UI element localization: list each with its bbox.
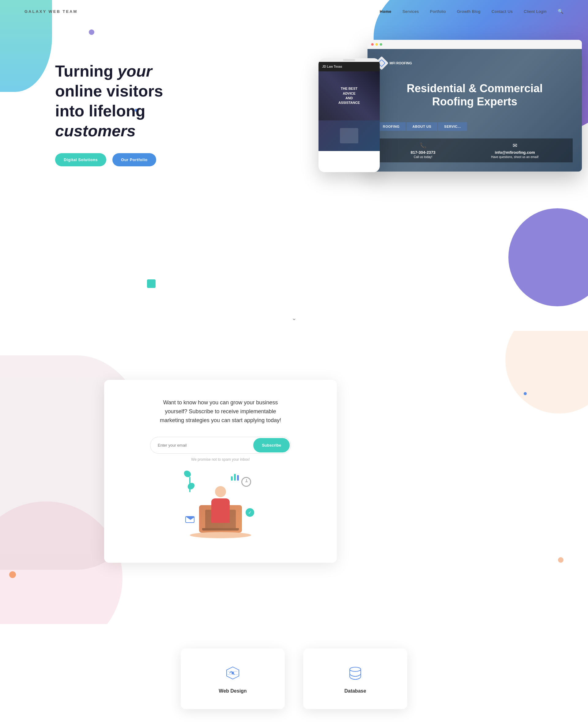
- phone-site-name: JD Law Texas: [318, 62, 380, 71]
- digital-solutions-button[interactable]: Digital Solutions: [55, 153, 106, 166]
- subscribe-illustration: ✓: [181, 471, 260, 538]
- subscribe-card: Want to know how you can grow your busin…: [104, 380, 337, 563]
- database-card: Database: [303, 648, 407, 709]
- roofing-nav-services: SERVIC...: [438, 122, 467, 131]
- phone-icon: 📞: [411, 142, 436, 149]
- phone-screen: JD Law Texas THE BESTADVICEANDASSISTANCE: [318, 62, 380, 172]
- email-input[interactable]: [150, 438, 252, 452]
- svg-point-1: [350, 667, 361, 672]
- chart-icon: [231, 474, 239, 481]
- svg-point-0: [232, 672, 234, 674]
- services-section: Web Design Database: [0, 624, 588, 722]
- clock-icon: [241, 477, 251, 487]
- email-icon: ✉: [491, 142, 539, 149]
- plant-icon: [184, 474, 196, 498]
- desktop-mockup: MFI ROOFING Residential & CommercialRoof…: [368, 40, 582, 171]
- nav-growth-blog[interactable]: Growth Blog: [457, 9, 481, 14]
- roofing-logo: MFI ROOFING: [377, 58, 573, 68]
- roofing-email-label: Have questions, shoot us an email!: [491, 155, 539, 159]
- hero-content: Turning your online visitors into lifelo…: [55, 61, 184, 166]
- roofing-email-address: info@mfiroofing.com: [491, 150, 539, 155]
- roofing-title: Residential & CommercialRoofing Experts: [377, 82, 573, 108]
- subscribe-form: Subscribe: [150, 437, 291, 454]
- subscribe-title: Want to know how you can grow your busin…: [156, 398, 285, 425]
- phone-hero-image: THE BESTADVICEANDASSISTANCE: [318, 71, 380, 120]
- hero-square-mid: [147, 280, 155, 288]
- roofing-nav-about: ABOUT US: [406, 122, 437, 131]
- phone-hero-text: THE BESTADVICEANDASSISTANCE: [338, 86, 360, 105]
- roofing-phone-label: Call us today!: [411, 155, 436, 159]
- roofing-nav: ROOFING ABOUT US SERVIC...: [377, 122, 573, 131]
- subscribe-blob-right: [505, 331, 588, 414]
- roofing-website: MFI ROOFING Residential & CommercialRoof…: [368, 49, 582, 171]
- nav-services[interactable]: Services: [402, 9, 419, 14]
- desktop-title-bar: [368, 40, 582, 49]
- roofing-email-contact: ✉ info@mfiroofing.com Have questions, sh…: [491, 142, 539, 159]
- nav-portfolio[interactable]: Portfolio: [430, 9, 446, 14]
- subscribe-dot-peach: [558, 557, 564, 563]
- nav-contact[interactable]: Contact Us: [491, 9, 513, 14]
- web-design-title: Web Design: [193, 688, 273, 694]
- subscribe-section: Want to know how you can grow your busin…: [0, 331, 588, 624]
- web-design-icon: [224, 664, 242, 682]
- phone-bottom-image: [318, 120, 380, 151]
- hero-buttons: Digital Solutions Our Portfolio: [55, 153, 184, 166]
- logo: GALAXY WEB TEAM: [24, 9, 78, 14]
- subscribe-button[interactable]: Subscribe: [253, 438, 290, 452]
- roofing-main-content: Residential & CommercialRoofing Experts: [377, 76, 573, 114]
- hero-circle-right: [508, 208, 588, 306]
- roofing-phone-number: 817-304-2373: [411, 150, 436, 155]
- person-illustration: [211, 486, 230, 523]
- nav-client-login[interactable]: Client Login: [524, 9, 547, 14]
- desktop-screen: MFI ROOFING Residential & CommercialRoof…: [368, 49, 582, 171]
- head-illustration: [215, 486, 226, 497]
- hero-title: Turning your online visitors into lifelo…: [55, 61, 184, 141]
- our-portfolio-button[interactable]: Our Portfolio: [112, 153, 156, 166]
- minimize-dot: [376, 43, 378, 46]
- header: GALAXY WEB TEAM Home Services Portfolio …: [0, 0, 588, 23]
- close-dot: [371, 43, 374, 46]
- scroll-indicator[interactable]: ⌄: [292, 314, 297, 322]
- email-illustration-icon: [185, 516, 194, 523]
- nav-home[interactable]: Home: [380, 9, 392, 14]
- check-icon: ✓: [246, 508, 254, 517]
- roofing-nav-roofing: ROOFING: [377, 122, 406, 131]
- navigation: Home Services Portfolio Growth Blog Cont…: [380, 8, 564, 14]
- dot-decoration: [89, 29, 94, 35]
- roofing-phone-contact: 📞 817-304-2373 Call us today!: [411, 142, 436, 159]
- phone-mockup: JD Law Texas THE BESTADVICEANDASSISTANCE: [318, 58, 380, 172]
- maximize-dot: [380, 43, 382, 46]
- subscribe-dot-blue: [524, 392, 527, 395]
- hero-section: Turning your online visitors into lifelo…: [0, 0, 588, 331]
- web-design-card: Web Design: [181, 648, 285, 709]
- phone-notch: [318, 58, 380, 62]
- mockup-area: JD Law Texas THE BESTADVICEANDASSISTANCE: [312, 27, 588, 181]
- body-illustration: [211, 498, 230, 523]
- search-icon[interactable]: 🔍: [558, 8, 564, 14]
- roofing-logo-text: MFI ROOFING: [390, 61, 412, 65]
- database-icon: [346, 664, 364, 682]
- base-shadow: [190, 532, 251, 538]
- roofing-contact-bar: 📞 817-304-2373 Call us today! ✉ info@mfi…: [377, 139, 573, 162]
- database-title: Database: [315, 688, 395, 694]
- spam-note: We promise not to spam your inbox!: [129, 457, 312, 462]
